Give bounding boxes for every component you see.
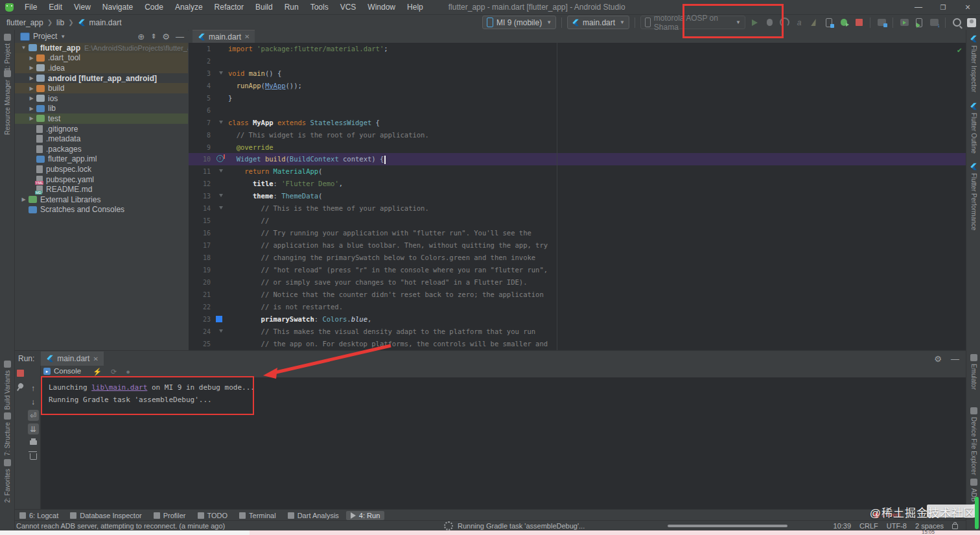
tree-item--packages[interactable]: .packages (15, 144, 188, 154)
run-config-dropdown[interactable]: main.dart▼ (567, 16, 629, 29)
override-method-icon[interactable]: ↑ (216, 155, 224, 162)
console-output[interactable]: Launching lib\main.dart on MI 9 in debug… (41, 377, 966, 509)
menu-refactor[interactable]: Refactor (209, 3, 250, 12)
fold-arrow-icon[interactable] (219, 71, 223, 75)
sdk-manager-button[interactable] (928, 17, 940, 29)
debug-button[interactable] (764, 17, 775, 29)
clear-console-button[interactable] (28, 451, 39, 462)
toolwindow-todo[interactable]: TODO (193, 511, 233, 520)
tool-strip-device-file-explorer[interactable]: Device File Explorer (966, 407, 980, 475)
fold-arrow-icon[interactable] (219, 169, 223, 172)
flutter-attach-button[interactable] (838, 17, 850, 29)
gear-icon[interactable]: ⚙ (162, 32, 170, 42)
close-tab-icon[interactable]: ✕ (244, 33, 250, 40)
breadcrumb-item[interactable]: main.dart (89, 18, 122, 27)
project-panel-header[interactable]: Project ▼ ⊕ ⇞ ⚙ — (15, 30, 188, 43)
tree-item-build[interactable]: ▶build (15, 83, 188, 93)
fold-arrow-icon[interactable] (219, 329, 223, 333)
indent-setting[interactable]: 2 spaces (915, 522, 944, 530)
flutter-hot-restart-button[interactable] (823, 17, 835, 29)
menu-analyze[interactable]: Analyze (169, 3, 209, 12)
file-encoding[interactable]: UTF-8 (887, 522, 907, 530)
locate-file-icon[interactable]: ⊕ (137, 32, 145, 42)
menu-window[interactable]: Window (362, 3, 401, 12)
stop-button[interactable] (17, 370, 24, 377)
device-selector-dropdown[interactable]: MI 9 (mobile)▼ (482, 16, 556, 29)
caret-position[interactable]: 10:39 (834, 522, 852, 530)
toolwindow-profiler[interactable]: Profiler (149, 511, 191, 520)
collapse-all-icon[interactable]: ⇞ (150, 32, 156, 41)
tree-item-external-libraries[interactable]: ▶External Libraries (15, 195, 188, 205)
toolwindow-6-logcat[interactable]: 6: Logcat (15, 511, 63, 520)
down-stacktrace-button[interactable]: ↓ (28, 396, 39, 407)
tool-strip-build-variants[interactable]: Build Variants (0, 361, 14, 410)
menu-help[interactable]: Help (401, 3, 429, 12)
menu-file[interactable]: File (19, 3, 43, 12)
tab-console[interactable]: ▸ Console (41, 365, 84, 378)
tool-strip-emulator[interactable]: Emulator (966, 354, 980, 390)
breadcrumb-item[interactable]: lib (56, 18, 64, 27)
tab-main-dart[interactable]: main.dart ✕ (192, 30, 255, 43)
flutter-device-dropdown[interactable]: motorola AOSP on Shama▼ (640, 16, 745, 29)
minimize-button[interactable]: — (906, 0, 931, 14)
device-manager-button[interactable] (913, 17, 925, 29)
tree-item-ios[interactable]: ▶ios (15, 93, 188, 104)
search-everywhere-button[interactable] (951, 17, 962, 29)
tree-item-android-flutter-app-android-[interactable]: ▶android [flutter_app_android] (15, 73, 188, 84)
menu-tools[interactable]: Tools (305, 3, 334, 12)
menu-view[interactable]: View (68, 3, 97, 12)
line-ending[interactable]: CRLF (859, 522, 878, 530)
soft-wrap-button[interactable]: ⏎ (28, 410, 39, 421)
tool-strip-7-structure[interactable]: 7: Structure (0, 412, 14, 456)
tree-item-pubspec-lock[interactable]: pubspec.lock (15, 164, 188, 174)
run-tab-main-dart[interactable]: main.dart ✕ (41, 351, 103, 366)
tree-item-test[interactable]: ▶test (15, 113, 188, 124)
hide-panel-icon[interactable]: — (176, 32, 184, 42)
tree-item--metadata[interactable]: .metadata (15, 134, 188, 144)
layout-inspector-button[interactable] (898, 17, 910, 29)
up-stacktrace-button[interactable]: ↑ (28, 383, 39, 394)
tool-strip-1-project[interactable]: 1: Project (0, 34, 14, 71)
close-button[interactable]: × (955, 0, 980, 14)
tree-item-lib[interactable]: ▶lib (15, 104, 188, 114)
pin-icon[interactable] (17, 382, 24, 389)
color-swatch-icon[interactable] (216, 316, 222, 322)
menu-build[interactable]: Build (250, 3, 279, 12)
toolwindow-database-inspector[interactable]: Database Inspector (65, 511, 146, 520)
menu-navigate[interactable]: Navigate (97, 3, 139, 12)
tree-item-flutter-app-iml[interactable]: flutter_app.iml (15, 154, 188, 165)
maximize-button[interactable]: ❐ (931, 0, 955, 14)
scroll-to-end-button[interactable]: ⇊ (28, 423, 39, 434)
code-editor[interactable]: 1import 'package:flutter/material.dart';… (189, 43, 966, 350)
fold-arrow-icon[interactable] (219, 206, 223, 209)
menu-edit[interactable]: Edit (43, 3, 68, 12)
tool-strip-flutter-outline[interactable]: Flutter Outline (966, 102, 980, 154)
tool-strip-resource-manager[interactable]: Resource Manager (0, 70, 14, 135)
tree-item--idea[interactable]: ▶.idea (15, 63, 188, 73)
menu-code[interactable]: Code (139, 3, 169, 12)
profile-button[interactable] (778, 17, 790, 29)
hot-restart-icon[interactable]: ⟳ (111, 368, 117, 376)
lock-icon[interactable] (952, 524, 958, 529)
menu-run[interactable]: Run (279, 3, 305, 12)
project-tree[interactable]: ▼flutter_appE:\AndroidStudioProjects\flu… (15, 43, 188, 350)
tree-item--gitignore[interactable]: .gitignore (15, 124, 188, 134)
tree-item--dart-tool[interactable]: ▶.dart_tool (15, 53, 188, 64)
run-button[interactable] (749, 17, 760, 29)
tree-item-readme-md[interactable]: MDREADME.md (15, 184, 188, 195)
tool-strip-2-favorites[interactable]: 2: Favorites (0, 459, 14, 503)
tree-item-flutter-app[interactable]: ▼flutter_appE:\AndroidStudioProjects\flu… (15, 43, 188, 53)
toolwindow-4-run[interactable]: 4: Run (346, 511, 384, 520)
menu-vcs[interactable]: VCS (334, 3, 362, 12)
profile-avatar-button[interactable] (966, 17, 977, 29)
breadcrumb-item[interactable]: flutter_app (6, 18, 43, 27)
toolwindow-dart-analysis[interactable]: Dart Analysis (283, 511, 344, 520)
flutter-hot-reload-button[interactable] (808, 17, 820, 29)
stop-button[interactable] (853, 17, 865, 29)
sync-project-button[interactable] (876, 17, 887, 29)
attach-debugger-button[interactable]: a (793, 17, 805, 29)
tree-item-scratches-and-consoles[interactable]: Scratches and Consoles (15, 205, 188, 215)
hide-panel-icon[interactable]: — (951, 354, 959, 364)
print-button[interactable] (28, 437, 39, 448)
tool-strip-flutter-inspector[interactable]: Flutter Inspector (966, 35, 980, 92)
